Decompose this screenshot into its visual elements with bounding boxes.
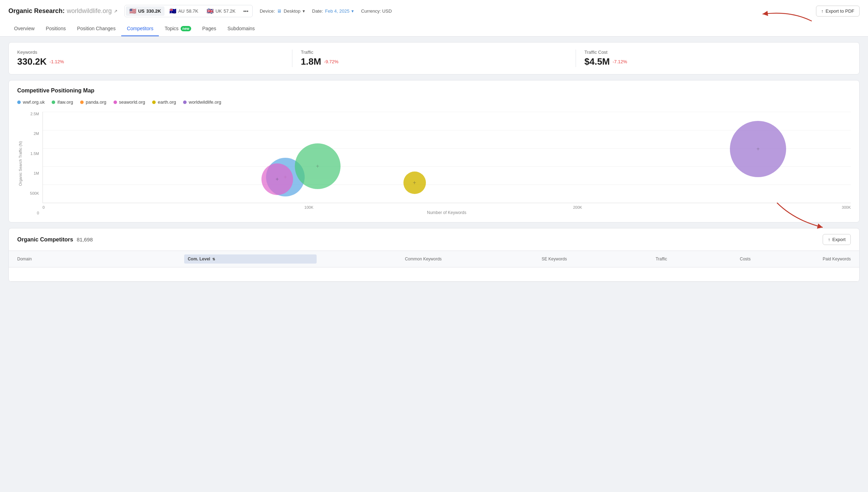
date-value: Feb 4, 2025 — [325, 8, 349, 14]
seaworld-legend-label: seaworld.org — [119, 99, 145, 105]
tab-overview[interactable]: Overview — [8, 21, 40, 36]
bubble-worldwildlife[interactable]: + — [730, 121, 786, 177]
x-axis-label: Number of Keywords — [43, 210, 851, 215]
bubble-panda[interactable]: + — [261, 163, 293, 195]
date-label: Date: — [312, 8, 323, 14]
date-chevron-icon: ▾ — [351, 8, 354, 14]
keywords-value: 330.2K -1.12% — [17, 56, 284, 67]
page-title: Organic Research: worldwildlife.org ↗ — [8, 7, 117, 15]
grid-line-20 — [43, 130, 851, 130]
traffic-cost-value: $4.5M -7.12% — [584, 56, 851, 67]
col-com-level[interactable]: Com. Level ⇅ — [184, 254, 316, 264]
stats-card: Keywords 330.2K -1.12% Traffic 1.8M -9.7… — [8, 42, 860, 75]
worldwildlife-legend-label: worldwildlife.org — [189, 99, 221, 105]
tab-positions-label: Positions — [46, 26, 66, 31]
device-chevron-icon: ▾ — [303, 8, 305, 14]
traffic-cost-number: $4.5M — [584, 56, 610, 67]
country-tab-uk[interactable]: 🇬🇧 UK 57.2K — [203, 6, 239, 16]
external-link-icon[interactable]: ↗ — [114, 9, 117, 14]
x-axis: 0 100K 200K 300K — [43, 203, 851, 210]
page-wrapper: Organic Research: worldwildlife.org ↗ 🇺🇸… — [0, 0, 868, 492]
worldwildlife-plus-icon: + — [756, 146, 759, 152]
tab-subdomains[interactable]: Subdomains — [222, 21, 260, 36]
competitor-count: 81,698 — [77, 237, 93, 242]
export-sm-icon: ↑ — [828, 237, 830, 242]
col-traffic: Traffic — [567, 257, 667, 261]
chart-container: Organic Search Traffic (N) 2.5M 2M 1.5M … — [17, 112, 851, 215]
competitors-table-card: Organic Competitors 81,698 ↑ Export Doma… — [8, 228, 860, 282]
stat-traffic-cost: Traffic Cost $4.5M -7.12% — [584, 50, 851, 67]
earth-plus-icon: + — [413, 180, 416, 186]
tab-overview-label: Overview — [14, 26, 34, 31]
table-row — [9, 267, 859, 281]
monitor-icon: 🖥 — [277, 8, 281, 14]
table-title: Organic Competitors 81,698 — [17, 237, 93, 243]
bubble-ifaw[interactable]: + — [295, 143, 341, 189]
table-columns: Domain Com. Level ⇅ Common Keywords SE K… — [9, 251, 859, 267]
us-value: 330.2K — [146, 8, 161, 14]
uk-value: 57.2K — [224, 8, 235, 14]
traffic-number: 1.8M — [301, 56, 321, 67]
uk-code: UK — [215, 8, 222, 14]
export-icon: ↑ — [821, 8, 824, 14]
country-tab-au[interactable]: 🇦🇺 AU 58.7K — [166, 6, 202, 16]
legend-seaworld: seaworld.org — [114, 99, 145, 105]
chart-legend: wwf.org.uk ifaw.org panda.org seaworld.o… — [17, 99, 851, 105]
x-tick-300k: 300K — [842, 205, 851, 209]
com-level-sort-icon: ⇅ — [212, 257, 215, 261]
device-label: Device: — [260, 8, 275, 14]
panda-plus-icon: + — [276, 176, 279, 182]
com-level-label: Com. Level — [188, 257, 210, 261]
wwf-legend-label: wwf.org.uk — [23, 99, 45, 105]
tab-positions[interactable]: Positions — [40, 21, 71, 36]
legend-worldwildlife: worldwildlife.org — [183, 99, 221, 105]
domain-name: worldwildlife.org — [67, 7, 112, 15]
country-tab-us[interactable]: 🇺🇸 US 330.2K — [126, 6, 164, 16]
more-countries-button[interactable]: ••• — [240, 7, 251, 15]
tab-position-changes[interactable]: Position Changes — [71, 21, 121, 36]
legend-ifaw: ifaw.org — [52, 99, 73, 105]
traffic-cost-change: -7.12% — [613, 59, 627, 64]
date-selector[interactable]: Date: Feb 4, 2025 ▾ — [312, 8, 354, 14]
header: Organic Research: worldwildlife.org ↗ 🇺🇸… — [0, 0, 868, 37]
earth-legend-dot — [152, 101, 156, 104]
stat-keywords: Keywords 330.2K -1.12% — [17, 50, 292, 67]
device-value: Desktop — [284, 8, 300, 14]
traffic-change: -9.72% — [324, 59, 338, 64]
earth-legend-label: earth.org — [158, 99, 176, 105]
positioning-map-card: Competitive Positioning Map wwf.org.uk i… — [8, 80, 860, 222]
tab-pages-label: Pages — [202, 26, 216, 31]
grid-line-top — [43, 112, 851, 112]
panda-legend-dot — [80, 101, 84, 104]
col-se-keywords: SE Keywords — [442, 257, 567, 261]
tab-competitors[interactable]: Competitors — [121, 21, 159, 36]
uk-flag-icon: 🇬🇧 — [207, 8, 214, 14]
bubble-earth[interactable]: + — [403, 171, 426, 194]
keywords-number: 330.2K — [17, 56, 47, 67]
y-axis: 2.5M 2M 1.5M 1M 500K 0 — [25, 112, 41, 215]
export-competitors-button[interactable]: ↑ Export — [823, 234, 851, 245]
y-tick-2500k: 2.5M — [31, 112, 39, 116]
traffic-value: 1.8M -9.72% — [301, 56, 567, 67]
topics-new-badge: new — [181, 26, 191, 31]
y-tick-500k: 500K — [30, 191, 39, 195]
legend-panda: panda.org — [80, 99, 106, 105]
device-selector[interactable]: Device: 🖥 Desktop ▾ — [260, 8, 305, 14]
x-tick-200k: 200K — [573, 205, 582, 209]
traffic-cost-label: Traffic Cost — [584, 50, 851, 55]
keywords-change: -1.12% — [50, 59, 64, 64]
ifaw-legend-label: ifaw.org — [57, 99, 73, 105]
table-title-text: Organic Competitors — [17, 237, 73, 243]
y-tick-0: 0 — [37, 211, 39, 215]
au-value: 58.7K — [186, 8, 198, 14]
au-code: AU — [178, 8, 184, 14]
col-common-keywords: Common Keywords — [317, 257, 442, 261]
export-pdf-button[interactable]: ↑ Export to PDF — [816, 6, 860, 17]
tab-position-changes-label: Position Changes — [77, 26, 116, 31]
country-tabs: 🇺🇸 US 330.2K 🇦🇺 AU 58.7K 🇬🇧 UK 57.2K — [124, 5, 253, 17]
keywords-label: Keywords — [17, 50, 284, 55]
tab-pages[interactable]: Pages — [197, 21, 222, 36]
tab-topics[interactable]: Topics new — [159, 21, 196, 36]
header-top: Organic Research: worldwildlife.org ↗ 🇺🇸… — [8, 5, 860, 17]
tab-subdomains-label: Subdomains — [227, 26, 255, 31]
